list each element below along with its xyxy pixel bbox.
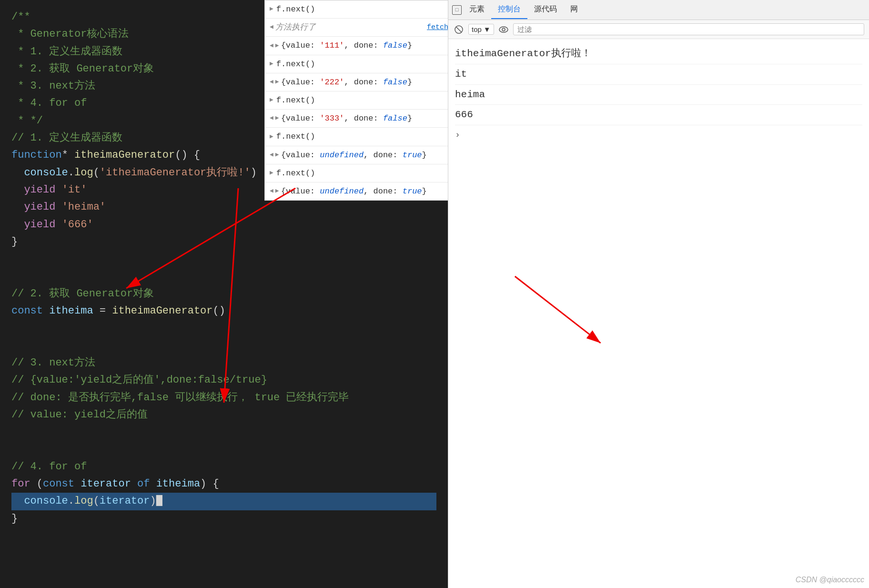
console-line: heima (455, 85, 862, 105)
code-line: // {value:'yield之后的值',done:false/true} (11, 372, 436, 389)
popup-msg: 方法执行了 (275, 21, 316, 34)
code-line: // 2. 获取 Generator对象 (11, 285, 436, 303)
popup-expand-icon: ▶ (275, 186, 279, 196)
popup-fnext-label: f.next() (276, 130, 315, 143)
popup-row: ▶ f.next() (265, 128, 448, 146)
code-line (11, 424, 436, 441)
popup-left-arrow: ◀ (270, 150, 273, 160)
popup-row: ▶ f.next() (265, 91, 448, 110)
code-line: const itheima = itheimaGenerator() (11, 303, 436, 320)
popup-right-arrow: ▶ (270, 132, 273, 142)
popup-obj: {value: undefined, done: true} (281, 149, 427, 162)
eye-icon[interactable] (498, 24, 509, 35)
popup-obj: {value: undefined, done: true} (281, 185, 427, 198)
svg-point-8 (502, 28, 505, 31)
devtools-tabs: □ 元素 控制台 源代码 网 (448, 0, 869, 20)
devtools-popup: ▶ f.next() ◀ 方法执行了 fetch.html:1 ◀ ▶ {val… (264, 0, 448, 201)
popup-row: ▶ f.next() (265, 164, 448, 182)
popup-left-arrow: ◀ (270, 41, 273, 51)
popup-row: ◀ ▶ {value: undefined, done: true} (265, 182, 448, 200)
clear-console-icon[interactable] (453, 24, 465, 35)
console-line: 666 (455, 105, 862, 125)
popup-expand-icon: ▶ (275, 113, 279, 123)
code-line (11, 251, 436, 268)
elements-tab-icon: □ (452, 5, 462, 15)
code-line (11, 320, 436, 337)
svg-point-7 (499, 27, 508, 32)
popup-row: ▶ f.next() (265, 0, 448, 19)
popup-left-arrow: ◀ (270, 186, 273, 196)
code-line: // 3. next方法 (11, 355, 436, 372)
popup-right-arrow: ▶ (270, 95, 273, 105)
code-line: yield 'heima' (11, 199, 436, 216)
popup-fnext-label: f.next() (276, 3, 315, 16)
prompt-arrow-icon: › (455, 127, 460, 142)
popup-filename: fetch.html:1 (427, 22, 448, 33)
popup-right-arrow: ▶ (270, 4, 273, 14)
code-line: } (11, 510, 436, 527)
popup-fnext-label: f.next() (276, 94, 315, 107)
popup-expand-icon: ▶ (275, 150, 279, 160)
code-line: // done: 是否执行完毕,false 可以继续执行， true 已经执行完… (11, 389, 436, 406)
popup-obj: {value: '222', done: false} (281, 76, 412, 89)
popup-row: ◀ ▶ {value: '111', done: false} (265, 37, 448, 55)
editor-panel: /** * Generator核心语法 * 1. 定义生成器函数 * 2. 获取… (0, 0, 448, 588)
code-line (11, 441, 436, 458)
popup-expand-icon: ▶ (275, 77, 279, 87)
code-line: for (const iterator of itheima) { (11, 476, 436, 493)
tab-network[interactable]: 网 (564, 0, 585, 19)
code-line (11, 337, 436, 355)
popup-row: ▶ f.next() (265, 55, 448, 73)
popup-row: ◀ ▶ {value: '333', done: false} (265, 110, 448, 128)
tab-console[interactable]: 控制台 (491, 0, 527, 19)
tab-source[interactable]: 源代码 (527, 0, 564, 19)
console-line: it (455, 64, 862, 85)
popup-left-arrow: ◀ (270, 77, 273, 87)
popup-row: ◀ ▶ {value: '222', done: false} (265, 73, 448, 91)
dropdown-arrow-icon: ▼ (484, 25, 491, 33)
csdn-watermark: CSDN @qiaocccccc (796, 576, 864, 584)
popup-left-arrow: ◀ (270, 113, 273, 123)
top-label: top (472, 25, 482, 33)
popup-row: ◀ ▶ {value: undefined, done: true} (265, 146, 448, 164)
code-line: // value: yield之后的值 (11, 406, 436, 424)
popup-expand-icon: ▶ (275, 41, 279, 51)
popup-obj: {value: '333', done: false} (281, 112, 412, 125)
code-line: // 4. for of (11, 458, 436, 476)
popup-fnext-label: f.next() (276, 58, 315, 71)
code-line (11, 268, 436, 285)
code-line: yield '666' (11, 216, 436, 233)
code-line: } (11, 233, 436, 251)
popup-right-arrow: ▶ (270, 168, 273, 178)
popup-right-arrow: ▶ (270, 59, 273, 69)
top-dropdown[interactable]: top ▼ (468, 24, 494, 35)
console-output: itheimaGenerator执行啦！ it heima 666 › (448, 39, 869, 588)
popup-obj: {value: '111', done: false} (281, 39, 412, 52)
svg-line-6 (456, 27, 462, 32)
filter-input[interactable] (513, 23, 864, 35)
code-line-highlight: console.log(iterator)█ (11, 493, 436, 510)
devtools-toolbar: top ▼ (448, 20, 869, 39)
tab-elements[interactable]: 元素 (463, 0, 491, 19)
console-prompt[interactable]: › (455, 125, 862, 144)
devtools-panel: □ 元素 控制台 源代码 网 top ▼ itheimaG (448, 0, 869, 588)
console-line: itheimaGenerator执行啦！ (455, 44, 862, 64)
popup-fnext-label: f.next() (276, 167, 315, 180)
popup-left-arrow: ◀ (270, 22, 273, 32)
popup-row: ◀ 方法执行了 fetch.html:1 (265, 19, 448, 37)
